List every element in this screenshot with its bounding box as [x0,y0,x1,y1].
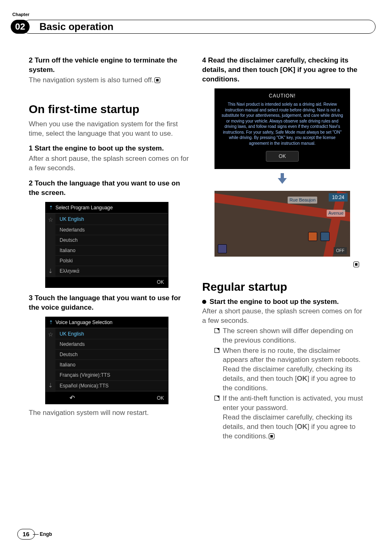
note-box-icon [214,328,219,333]
list-item[interactable]: Deutsch [55,235,168,246]
ok-bold: OK [297,375,308,382]
map-pin-icon[interactable] [308,232,317,241]
end-of-section-icon [154,77,160,83]
list-item[interactable]: Deutsch [55,350,168,360]
note-box-icon [214,348,219,353]
note-3a: If the anti-theft function is activated,… [223,394,363,412]
map-clock: 10:24 [329,193,348,202]
first-time-intro: When you use the navigation system for t… [29,120,190,139]
bullet-icon [202,300,206,304]
note-1-text: The screen shown will differ depending o… [223,327,363,345]
map-avenue-label: Avenue [327,210,345,217]
list-item[interactable]: Nederlands [55,225,168,235]
step-2-body-text: The navigation system is also turned off… [29,76,154,84]
list-item[interactable]: Italiano [55,246,168,256]
left-column: 2 Turn off the vehicle engine to termina… [29,53,190,441]
restart-note: The navigation system will now restart. [29,408,190,418]
list-item[interactable]: Italiano [55,360,168,370]
step-2-title: 2 Turn off the vehicle engine to termina… [29,56,190,75]
voice-language-screenshot: ⇡ Voice Language Selection ☆ ⇣ UK Englis… [45,317,168,405]
map-menu-icon[interactable] [218,244,227,253]
right-column: 4 Read the disclaimer carefully, checkin… [202,53,363,441]
note-item-3: If the anti-theft function is activated,… [202,394,363,441]
page-number: 16 [17,529,35,540]
chapter-number-badge: 02 [11,20,30,34]
end-of-section-icon [269,433,274,439]
scroll-down-icon[interactable]: ⇣ [48,267,53,275]
list-item[interactable]: Español (Monica):TTS [55,381,168,391]
note-3-text: If the anti-theft function is activated,… [223,394,363,441]
ok-bold: OK [297,423,308,431]
scroll-up-icon[interactable]: ☆ [48,331,53,338]
step-2-body: The navigation system is also turned off… [29,76,190,85]
caution-screenshot: CAUTION! This Navi product is intended s… [214,88,350,169]
list-item[interactable]: UK English [55,329,168,339]
list-item[interactable]: Polski [55,256,168,266]
map-flag-icon[interactable] [321,232,330,241]
up-arrow-icon: ⇡ [49,319,53,326]
map-off-label: OFF [334,247,347,255]
page-lang: Engb [40,531,52,537]
list-item[interactable]: UK English [55,214,168,225]
list-item[interactable]: Français (Virginie):TTS [55,370,168,380]
scroll-up-icon[interactable]: ☆ [48,216,53,224]
arrow-down-icon [214,172,350,188]
map-street-label: Rue Beaujon [288,197,317,204]
map-screenshot: Rue Beaujon Avenue 10:24 OFF [214,191,350,257]
list-item[interactable]: Nederlands [55,339,168,350]
sh1-header: Select Program Language [55,204,113,211]
caution-title: CAUTION! [220,93,344,99]
scroll-down-icon[interactable]: ⇣ [48,382,53,389]
end-of-section [202,260,363,269]
program-language-screenshot: ⇡ Select Program Language ☆ ⇣ UK English… [45,202,168,288]
caution-ok-button[interactable]: OK [266,151,298,162]
ft-step2-title: 2 Touch the language that you want to us… [29,179,190,198]
chapter-title: Basic operation [23,20,376,34]
page-footer: 16 Engb [17,529,52,540]
sh1-ok[interactable]: OK [157,279,164,285]
list-item[interactable]: Ελληνικά [55,266,168,276]
note-2-text: When there is no route, the disclaimer a… [223,346,363,394]
svg-marker-0 [278,173,287,184]
sh2-ok[interactable]: OK [157,395,164,401]
sh1-list: UK English Nederlands Deutsch Italiano P… [55,213,168,277]
sh2-list: UK English Nederlands Deutsch Italiano F… [55,328,168,392]
heading-first-time-startup: On first-time startup [29,102,190,117]
end-of-section-icon [353,262,359,267]
ft-step1-body: After a short pause, the splash screen c… [29,154,190,173]
regular-bullet-body: After a short pause, the splash screen c… [202,307,363,326]
regular-bullet-title: Start the engine to boot up the system. [202,297,363,307]
back-icon[interactable]: ↶ [69,394,75,403]
chapter-label: Chapter [12,12,30,18]
note-item-2: When there is no route, the disclaimer a… [202,346,363,394]
regular-bullet-text: Start the engine to boot up the system. [210,298,339,306]
ft-step3-title: 3 Touch the language that you want to us… [29,294,190,313]
heading-regular-startup: Regular startup [202,279,363,295]
ft-step1-title: 1 Start the engine to boot up the system… [29,144,190,153]
caution-body: This Navi product is intended solely as … [220,102,344,146]
note-box-icon [214,396,219,401]
sh2-header: Voice Language Selection [55,319,113,326]
step-4-title: 4 Read the disclaimer carefully, checkin… [202,56,363,84]
note-item-1: The screen shown will differ depending o… [202,327,363,345]
up-arrow-icon: ⇡ [49,204,53,211]
